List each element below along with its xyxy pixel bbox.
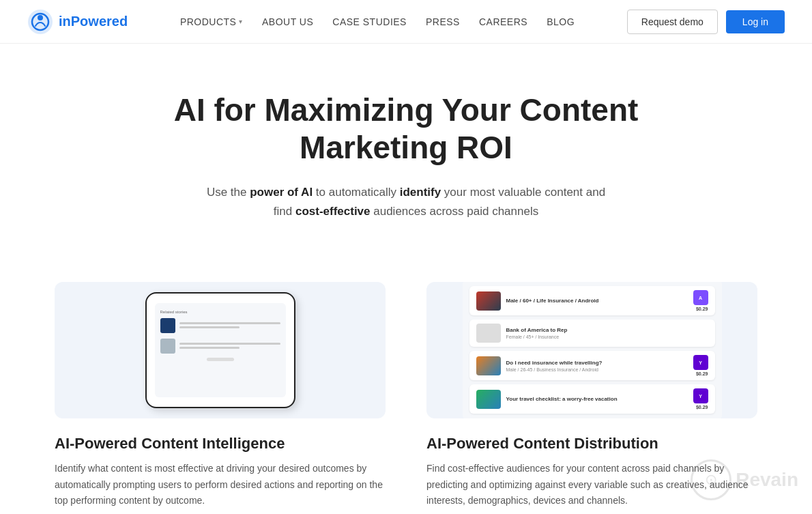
hero-section: AI for Maximizing Your Content Marketing… (0, 44, 812, 255)
dist-row-1: Male / 60+ / Life Insurance / Android A … (469, 286, 715, 315)
dist-row-4: Your travel checklist: a worry-free vaca… (469, 384, 715, 414)
phone-thumb (160, 339, 175, 354)
phone-line (179, 343, 280, 345)
dist-row-info: Male / 60+ / Life Insurance / Android (506, 298, 688, 304)
login-button[interactable]: Log in (726, 10, 785, 33)
card2-title: AI-Powered Content Distribution (426, 435, 757, 453)
distribution-mockup: Male / 60+ / Life Insurance / Android A … (463, 282, 722, 418)
phone-thumb (160, 318, 175, 333)
logo-link[interactable]: inPowered (27, 9, 128, 35)
card1-description: Identify what content is most effective … (55, 461, 386, 509)
navbar: inPowered PRODUCTS ▾ ABOUT US CASE STUDI… (0, 0, 812, 44)
nav-press[interactable]: PRESS (426, 16, 460, 27)
dist-thumb-icon (476, 356, 501, 375)
hero-title: AI for Maximizing Your Content Marketing… (167, 91, 645, 167)
card1-title: AI-Powered Content Intelligence (55, 435, 386, 453)
nav-blog[interactable]: BLOG (547, 16, 575, 27)
card2-image: Male / 60+ / Life Insurance / Android A … (426, 282, 757, 418)
phone-line (179, 322, 280, 324)
logo-text: inPowered (59, 14, 128, 29)
dist-row-info: Your travel checklist: a worry-free vaca… (506, 396, 688, 402)
chevron-down-icon: ▾ (239, 18, 243, 25)
nav-products[interactable]: PRODUCTS ▾ (180, 16, 243, 27)
dist-price: $0.29 (696, 405, 708, 410)
dist-row-3: Do I need insurance while travelling? Ma… (469, 351, 715, 380)
hero-description: Use the power of AI to automatically ide… (201, 183, 611, 220)
logo-icon (27, 9, 53, 35)
nav-about-us[interactable]: ABOUT US (262, 16, 313, 27)
dist-row-price-col: Y $0.29 (693, 388, 708, 410)
dist-thumb-icon (476, 291, 501, 311)
dist-row-meta: Male / 26-45 / Business Insurance / Andr… (506, 367, 688, 372)
dist-row-2: Bank of America to Rep Female / 45+ / In… (469, 319, 715, 347)
dist-row-info: Do I need insurance while travelling? Ma… (506, 360, 688, 372)
card-content-intelligence: Related stories (55, 282, 386, 514)
navbar-actions: Request demo Log in (627, 10, 785, 34)
dist-badge: Y (693, 355, 708, 370)
dist-row-title: Do I need insurance while travelling? (506, 360, 688, 366)
dist-row-price-col: Y $0.29 (693, 355, 708, 376)
dist-price: $0.29 (696, 371, 708, 376)
dist-price: $0.29 (696, 306, 708, 311)
phone-notch (207, 358, 234, 361)
dist-row-title: Your travel checklist: a worry-free vaca… (506, 396, 688, 402)
dist-thumb-icon (476, 390, 501, 409)
main-nav: PRODUCTS ▾ ABOUT US CASE STUDIES PRESS C… (180, 16, 575, 28)
svg-point-2 (38, 15, 43, 20)
nav-careers[interactable]: CAREERS (479, 16, 527, 27)
dist-badge: Y (693, 388, 708, 403)
card2-description: Find cost-effective audiences for your c… (426, 461, 757, 509)
dist-badge: A (693, 290, 708, 305)
dist-row-title: Bank of America to Rep (506, 327, 708, 333)
phone-label: Related stories (160, 310, 280, 314)
dist-row-info: Bank of America to Rep Female / 45+ / In… (506, 327, 708, 339)
phone-line (179, 347, 240, 349)
nav-case-studies[interactable]: CASE STUDIES (332, 16, 407, 27)
dist-thumb-icon (476, 324, 501, 343)
dist-row-title: Male / 60+ / Life Insurance / Android (506, 298, 688, 304)
card1-image: Related stories (55, 282, 386, 418)
phone-line (179, 326, 240, 328)
phone-mockup: Related stories (145, 292, 295, 408)
request-demo-button[interactable]: Request demo (627, 10, 718, 34)
card-content-distribution: Male / 60+ / Life Insurance / Android A … (426, 282, 757, 514)
cards-section: Related stories (0, 255, 812, 514)
dist-row-meta: Female / 45+ / Insurance (506, 334, 708, 339)
dist-row-price-col: A $0.29 (693, 290, 708, 311)
